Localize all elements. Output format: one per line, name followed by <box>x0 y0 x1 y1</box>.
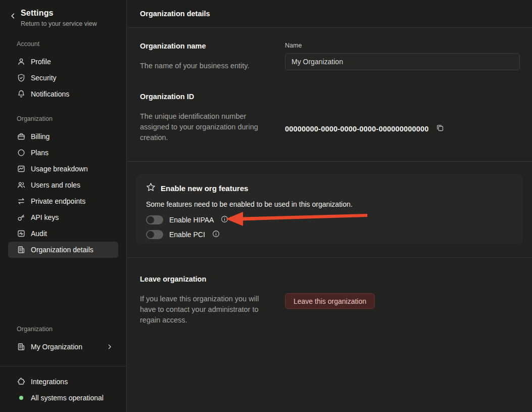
org-switcher[interactable]: My Organization <box>8 339 118 355</box>
sidebar-item-label: Users and roles <box>31 181 80 189</box>
system-status-link[interactable]: All systems operational <box>8 390 118 406</box>
shield-check-icon <box>17 73 26 82</box>
leave-org-left: Leave organization If you leave this org… <box>140 275 276 326</box>
sidebar-item-label: Audit <box>31 230 47 238</box>
enable-hipaa-toggle[interactable] <box>146 215 163 224</box>
copy-icon <box>436 124 444 133</box>
features-card-description: Some features need to be enabled to be u… <box>146 200 513 208</box>
chevron-right-icon <box>107 344 112 349</box>
building-icon <box>17 342 26 351</box>
user-icon <box>17 57 26 66</box>
main-content: Organization details Organization name T… <box>127 0 532 412</box>
activity-icon <box>17 229 26 238</box>
leave-org-description: If you leave this organization you will … <box>140 294 267 326</box>
status-label: All systems operational <box>31 394 104 402</box>
features-card-title: Enable new org features <box>161 184 248 193</box>
org-name-left: Organization name The name of your busin… <box>140 42 276 71</box>
sidebar-item-label: API keys <box>31 213 59 221</box>
puzzle-icon <box>17 377 26 386</box>
org-name-input[interactable] <box>285 53 520 70</box>
sidebar-item-billing[interactable]: Billing <box>8 128 118 145</box>
sidebar-item-label: Profile <box>31 58 51 66</box>
leave-org-section: Leave organization If you leave this org… <box>127 258 532 326</box>
pci-toggle-label: Enable PCI <box>169 231 205 239</box>
org-id-value: 00000000-0000-0000-0000-000000000000 <box>285 125 429 133</box>
hipaa-info-button[interactable] <box>221 215 228 224</box>
hipaa-toggle-row: Enable HIPAA <box>146 215 513 225</box>
org-name-right: Name <box>285 42 520 71</box>
info-icon <box>221 215 228 224</box>
bell-icon <box>17 89 26 99</box>
settings-sidebar: Settings Return to your service view Acc… <box>0 0 127 412</box>
org-name-section: Organization name The name of your busin… <box>127 28 532 71</box>
key-icon <box>17 213 26 222</box>
leave-organization-button[interactable]: Leave this organization <box>285 293 375 309</box>
sidebar-title: Settings <box>21 9 97 18</box>
leave-org-heading: Leave organization <box>140 275 276 283</box>
users-icon <box>17 180 26 190</box>
org-switcher-label: Organization <box>17 326 126 333</box>
sidebar-item-label: Security <box>31 74 57 82</box>
enable-pci-toggle[interactable] <box>146 230 163 239</box>
integrations-link[interactable]: Integrations <box>8 374 118 390</box>
sidebar-item-audit[interactable]: Audit <box>8 225 118 242</box>
organization-section-label: Organization <box>17 115 126 122</box>
sidebar-item-notifications[interactable]: Notifications <box>8 86 118 102</box>
sidebar-item-usage-breakdown[interactable]: Usage breakdown <box>8 161 118 177</box>
org-id-left: Organization ID The unique identificatio… <box>140 93 276 143</box>
features-card-header: Enable new org features <box>146 182 513 194</box>
org-id-description: The unique identification number assigne… <box>140 111 267 143</box>
star-icon <box>146 182 156 194</box>
section-divider <box>127 161 532 162</box>
chart-icon <box>17 164 26 173</box>
account-section-label: Account <box>17 40 126 48</box>
org-id-right: 00000000-0000-0000-0000-000000000000 <box>285 93 519 143</box>
back-button[interactable] <box>10 13 16 20</box>
sidebar-item-users-and-roles[interactable]: Users and roles <box>8 177 118 193</box>
org-name-description: The name of your business entity. <box>140 61 267 71</box>
info-icon <box>212 230 220 239</box>
integrations-label: Integrations <box>31 378 68 386</box>
org-switcher-name: My Organization <box>31 343 82 351</box>
sidebar-item-security[interactable]: Security <box>8 70 118 86</box>
briefcase-icon <box>17 132 26 141</box>
sidebar-subtitle: Return to your service view <box>21 20 97 27</box>
sidebar-item-label: Notifications <box>31 90 69 98</box>
hipaa-toggle-label: Enable HIPAA <box>169 216 214 224</box>
sidebar-header: Settings Return to your service view <box>0 0 126 27</box>
sidebar-bottom: Organization My Organization Integration… <box>0 326 126 412</box>
sidebar-item-label: Billing <box>31 132 50 141</box>
sidebar-header-text: Settings Return to your service view <box>21 9 97 27</box>
chevron-left-icon <box>10 13 16 20</box>
toggle-knob <box>147 216 154 223</box>
sidebar-divider <box>0 366 126 367</box>
sidebar-item-label: Private endpoints <box>31 197 85 205</box>
org-id-heading: Organization ID <box>140 93 276 101</box>
building-icon <box>17 245 26 254</box>
features-card: Enable new org features Some features ne… <box>136 174 523 244</box>
org-id-section: Organization ID The unique identificatio… <box>127 71 532 161</box>
swap-arrows-icon <box>17 197 26 206</box>
sidebar-item-api-keys[interactable]: API keys <box>8 209 118 225</box>
pci-info-button[interactable] <box>212 230 220 239</box>
sidebar-item-profile[interactable]: Profile <box>8 54 118 70</box>
leave-org-right: Leave this organization <box>285 275 519 326</box>
copy-button[interactable] <box>436 124 444 133</box>
sidebar-item-label: Organization details <box>31 246 93 254</box>
main-header: Organization details <box>127 0 532 28</box>
page-title: Organization details <box>140 10 210 18</box>
toggle-knob <box>147 231 154 238</box>
sidebar-item-label: Usage breakdown <box>31 165 88 173</box>
sidebar-item-label: Plans <box>31 149 49 157</box>
sidebar-item-plans[interactable]: Plans <box>8 145 118 161</box>
circle-icon <box>17 148 26 157</box>
sidebar-item-organization-details[interactable]: Organization details <box>8 242 118 258</box>
org-name-heading: Organization name <box>140 42 276 50</box>
name-field-label: Name <box>285 42 520 49</box>
status-dot-icon <box>19 396 23 400</box>
sidebar-item-private-endpoints[interactable]: Private endpoints <box>8 193 118 209</box>
pci-toggle-row: Enable PCI <box>146 230 513 240</box>
